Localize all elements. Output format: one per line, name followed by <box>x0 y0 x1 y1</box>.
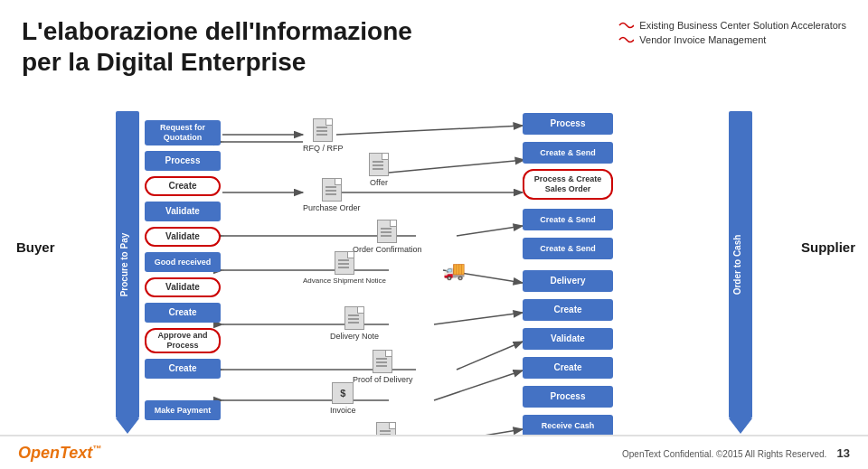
buyer-label: Buyer <box>16 239 55 255</box>
link-vendor[interactable]: Vendor Invoice Management <box>618 34 846 45</box>
box-right-create-send-2: Create & Send <box>523 209 613 230</box>
box-approve-process: Approve and Process <box>145 328 221 353</box>
box-create-3: Create <box>145 359 221 379</box>
box-request-quotation: Request for Quotation <box>145 120 221 145</box>
box-validate-1: Validate <box>145 202 221 221</box>
footer-page-number: 13 <box>837 446 850 460</box>
box-right-create-1: Create <box>523 299 613 321</box>
doc-offer: Offer <box>369 153 389 187</box>
doc-purchase-order: Purchase Order <box>303 178 361 212</box>
svg-line-22 <box>434 371 523 400</box>
footer: OpenText™ OpenText Confidential. ©2015 A… <box>0 435 868 469</box>
box-right-create-2: Create <box>523 357 613 379</box>
box-right-process-2: Process <box>523 386 613 408</box>
svg-text:Order to Cash: Order to Cash <box>732 235 742 295</box>
svg-line-9 <box>389 160 524 173</box>
svg-line-21 <box>457 342 523 370</box>
box-validate-2: Validate <box>145 227 221 247</box>
svg-line-18 <box>457 226 523 236</box>
box-make-payment: Make Payment <box>145 400 221 420</box>
box-right-create-send-1: Create & Send <box>523 142 613 164</box>
doc-order-confirmation: Order Confirmation <box>353 220 422 254</box>
doc-proof-delivery: Proof of Delivery <box>353 350 413 384</box>
box-right-validate: Validate <box>523 328 613 350</box>
doc-delivery-note: Delivery Note <box>330 306 379 341</box>
link-existing[interactable]: Existing Business Center Solution Accele… <box>618 20 846 31</box>
page-title: L'elaborazione dell'Informazione per la … <box>22 16 412 77</box>
doc-invoice: $ Invoice <box>330 382 356 415</box>
doc-advance-shipment: Advance Shipment Notice <box>303 251 386 285</box>
svg-marker-2 <box>116 418 139 434</box>
svg-rect-0 <box>116 111 139 418</box>
supplier-label: Supplier <box>801 239 855 255</box>
doc-rfq: RFQ / RFP <box>303 118 344 153</box>
box-create-2: Create <box>145 303 221 323</box>
box-validate-3: Validate <box>145 277 221 297</box>
header-links: Existing Business Center Solution Accele… <box>618 20 846 45</box>
box-create-1: Create <box>145 176 221 196</box>
box-right-process-1: Process <box>523 113 613 135</box>
box-right-receive-cash: Receive Cash <box>523 415 613 436</box>
box-process-1: Process <box>145 151 221 171</box>
svg-marker-5 <box>729 418 752 434</box>
footer-copyright: OpenText Confidential. ©2015 All Rights … <box>622 446 850 460</box>
box-right-create-send-3: Create & Send <box>523 238 613 259</box>
svg-text:Procure to Pay: Procure to Pay <box>119 232 129 296</box>
svg-line-16 <box>336 126 523 135</box>
header: L'elaborazione dell'Informazione per la … <box>0 0 868 84</box>
box-good-received: Good received <box>145 252 221 272</box>
diagram: Procure to Pay Order to Cash <box>0 86 868 447</box>
opentext-logo: OpenText™ <box>18 444 101 463</box>
truck-icon: 🚚 <box>443 259 466 281</box>
svg-rect-3 <box>729 111 752 418</box>
box-right-process-create: Process & Create Sales Order <box>523 169 613 200</box>
svg-line-20 <box>434 313 523 324</box>
box-right-delivery: Delivery <box>523 270 613 292</box>
